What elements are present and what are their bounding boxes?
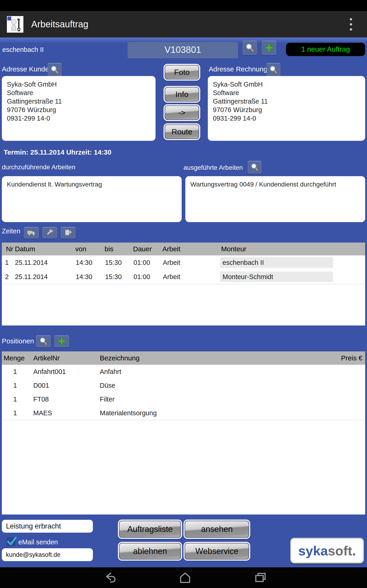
positions-add-icon[interactable] — [54, 335, 69, 347]
cell-bis: 15:30 — [105, 255, 122, 270]
drive-time-icon[interactable] — [24, 227, 39, 238]
arbeitsauftrag-screen: Arbeitsauftrag eschenbach II V103801 1 n… — [0, 0, 367, 588]
cell-von: 14:30 — [76, 270, 92, 284]
cell-dauer: 01:00 — [133, 255, 150, 270]
col-dauer: Dauer — [133, 242, 152, 255]
order-number-field[interactable]: V103801 — [127, 41, 238, 58]
position-row-3[interactable]: 1 FT08 Filter — [2, 392, 365, 406]
cell-menge: 1 — [4, 379, 17, 392]
logo-text-soft: soft — [328, 543, 352, 558]
col-preis: Preis € — [341, 351, 362, 365]
ansehen-button[interactable]: ansehen — [185, 521, 249, 538]
col-bis: bis — [105, 242, 113, 255]
order-add-icon[interactable] — [262, 41, 276, 55]
auftragsliste-button[interactable]: Auftragsliste — [119, 521, 181, 538]
back-icon[interactable] — [104, 571, 117, 584]
todo-work-field[interactable]: Kundendienst lt. Wartungsvertrag — [2, 176, 182, 222]
status-input[interactable] — [2, 520, 93, 533]
app-bar: Arbeitsauftrag — [0, 11, 367, 37]
position-row-1[interactable]: 1 Anfahrt001 Anfahrt — [2, 365, 365, 379]
billing-address-label: Adresse Rechnung — [209, 65, 267, 73]
col-bezeichnung: Bezeichnung — [100, 351, 140, 365]
cell-bis: 15:30 — [105, 270, 122, 284]
email-checkbox-label[interactable]: eMail senden — [18, 538, 58, 546]
cell-bezeichnung: Materialentsorgung — [100, 406, 157, 420]
col-nr: Nr — [6, 242, 13, 255]
times-table: Nr Datum von bis Dauer Arbeit Monteur 1 … — [2, 242, 365, 326]
cell-bezeichnung: Anfahrt — [100, 365, 121, 379]
pause-time-icon[interactable] — [61, 227, 75, 238]
positions-table: Menge ArtikelNr Bezeichnung Preis € 1 An… — [2, 351, 365, 515]
android-status-bar — [0, 0, 367, 11]
cell-datum: 25.11.2014 — [15, 270, 48, 284]
cell-nr: 2 — [4, 270, 9, 284]
cell-artikelnr: Anfahrt001 — [33, 365, 66, 379]
customer-address-field[interactable]: Syka-Soft GmbH Software Gattingerstraße … — [2, 76, 156, 141]
cell-artikelnr: FT08 — [33, 392, 49, 406]
col-datum: Datum — [15, 242, 35, 255]
cell-monteur: Monteur-Schmidt — [223, 271, 273, 282]
positions-table-header: Menge ArtikelNr Bezeichnung Preis € — [2, 351, 365, 365]
cell-monteur: eschenbach II — [223, 257, 264, 268]
logo-text-syka: syka — [298, 543, 328, 558]
col-menge: Menge — [4, 351, 25, 365]
email-input[interactable] — [2, 548, 93, 561]
cell-menge: 1 — [4, 406, 17, 420]
cell-artikelnr: D001 — [33, 379, 49, 392]
customer-address-label: Adresse Kunde — [2, 65, 49, 73]
overflow-menu-icon[interactable] — [346, 11, 356, 37]
done-work-label: ausgeführte Arbeiten — [184, 164, 243, 171]
ablehnen-button[interactable]: ablehnen — [119, 543, 181, 560]
android-nav-bar — [0, 567, 367, 588]
app-icon — [7, 16, 23, 33]
billing-search-icon[interactable] — [267, 63, 280, 77]
route-button[interactable]: Route — [165, 124, 199, 139]
order-search-icon[interactable] — [243, 41, 257, 55]
page-title: Arbeitsauftrag — [31, 19, 88, 29]
position-row-2[interactable]: 1 D001 Düse — [2, 379, 365, 393]
times-section-label: Zeiten — [2, 227, 20, 235]
times-row-2[interactable]: 2 25.11.2014 14:30 15:30 01:00 Arbeit Mo… — [2, 270, 365, 284]
monteur-field[interactable]: eschenbach II — [220, 257, 333, 268]
recents-icon[interactable] — [254, 571, 267, 584]
col-arbeit: Arbeit — [162, 242, 180, 255]
cell-dauer: 01:00 — [133, 270, 150, 284]
col-artikelnr: ArtikelNr — [33, 351, 60, 365]
foto-button[interactable]: Foto — [165, 65, 199, 79]
sykasoft-logo: sykasoft. — [290, 538, 364, 563]
cell-von: 14:30 — [76, 255, 92, 270]
col-monteur: Monteur — [221, 242, 246, 255]
position-row-4[interactable]: 1 MAES Materialentsorgung — [2, 406, 365, 420]
positions-search-icon[interactable] — [36, 335, 51, 347]
cell-bezeichnung: Düse — [100, 379, 115, 392]
home-icon[interactable] — [178, 571, 192, 584]
new-order-badge[interactable]: 1 neuer Auftrag — [286, 43, 365, 56]
cell-menge: 1 — [4, 365, 17, 379]
col-von: von — [75, 242, 86, 255]
logo-text-dot: . — [352, 543, 356, 558]
cell-arbeit: Arbeit — [163, 270, 180, 284]
email-checkbox[interactable] — [7, 537, 15, 546]
cell-nr: 1 — [4, 255, 9, 270]
todo-work-label: durchzuführende Arbeiten — [2, 164, 75, 171]
cell-artikelnr: MAES — [33, 406, 52, 420]
positions-section-label: Positionen — [2, 337, 34, 345]
work-time-icon[interactable] — [42, 227, 57, 238]
webservice-button[interactable]: Webservice — [185, 543, 249, 560]
transfer-arrow-button[interactable]: -> — [165, 105, 199, 120]
cell-datum: 25.11.2014 — [15, 255, 48, 270]
cell-arbeit: Arbeit — [163, 255, 180, 270]
cell-menge: 1 — [4, 392, 17, 406]
customer-search-icon[interactable] — [48, 63, 61, 77]
monteur-field[interactable]: Monteur-Schmidt — [220, 271, 333, 282]
info-button[interactable]: Info — [165, 87, 199, 102]
appointment-text: Termin: 25.11.2014 Uhrzeit: 14:30 — [4, 148, 111, 156]
times-row-1[interactable]: 1 25.11.2014 14:30 15:30 01:00 Arbeit es… — [2, 255, 365, 270]
times-table-header: Nr Datum von bis Dauer Arbeit Monteur — [2, 242, 365, 255]
done-work-search-icon[interactable] — [248, 161, 261, 174]
done-work-field[interactable]: Wartungsvertrag 0049 / Kundendienst durc… — [185, 176, 365, 222]
cell-bezeichnung: Filter — [100, 392, 115, 406]
monteur-name-label: eschenbach II — [2, 46, 44, 53]
billing-address-field[interactable]: Syka-Soft GmbH Software Gattingerstraße … — [208, 76, 365, 141]
